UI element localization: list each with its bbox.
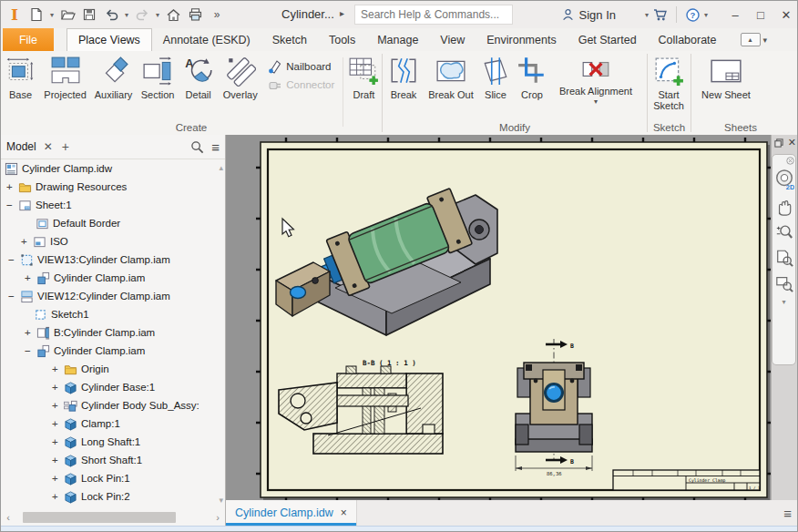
undo-button[interactable]	[101, 4, 121, 26]
pan-hand-icon[interactable]	[775, 198, 793, 216]
sign-in-button[interactable]: Sign In	[558, 7, 619, 22]
tree-item-assembly[interactable]: +Cylinder Clamp.iam	[1, 269, 225, 287]
help-button[interactable]: ?	[682, 4, 702, 26]
expander[interactable]: +	[52, 382, 64, 394]
redo-dropdown[interactable]: ▾	[154, 11, 161, 19]
panel-label-sketch[interactable]: Sketch	[648, 122, 691, 133]
expander[interactable]: −	[8, 291, 20, 302]
expander[interactable]: +	[52, 400, 64, 412]
overlay-button[interactable]: Overlay	[218, 54, 262, 100]
tree-item-view13[interactable]: −VIEW13:Cylinder Clamp.iam	[1, 251, 225, 269]
help-search-box[interactable]	[354, 5, 513, 25]
search-input[interactable]	[355, 5, 512, 24]
tree-item-sketch1[interactable]: Sketch1	[1, 305, 225, 323]
browser-add-tab[interactable]: +	[62, 139, 69, 154]
document-close-icon[interactable]: ✕	[788, 137, 796, 148]
draft-button[interactable]: Draft	[346, 54, 382, 100]
tab-list-menu-icon[interactable]: ≡	[783, 506, 792, 521]
tree-item-short-shaft[interactable]: +Short Shaft:1	[1, 451, 225, 469]
tree-item-view12[interactable]: −VIEW12:Cylinder Clamp.iam	[1, 287, 225, 305]
signin-dropdown[interactable]: ▾	[643, 11, 650, 19]
expander[interactable]: +	[52, 418, 64, 430]
navbar-more-dropdown[interactable]: ▾	[782, 298, 785, 306]
minimize-button[interactable]: –	[722, 3, 748, 26]
scroll-right-arrow[interactable]: ›	[210, 512, 225, 523]
browser-horizontal-scrollbar[interactable]: ‹ ›	[1, 509, 225, 526]
tree-item-clamp[interactable]: +Clamp:1	[1, 414, 225, 433]
expander[interactable]: −	[25, 345, 36, 357]
browser-menu-icon[interactable]: ≡	[211, 139, 220, 155]
tree-item-section-b[interactable]: +B:Cylinder Clamp.iam	[1, 323, 225, 342]
nailboard-button[interactable]: Nailboard	[268, 59, 336, 74]
expander[interactable]: +	[25, 327, 36, 339]
navbar-close-icon[interactable]	[786, 157, 794, 165]
browser-tab-model[interactable]: Model	[6, 140, 36, 153]
tree-item-drawing-resources[interactable]: +Drawing Resources	[1, 178, 225, 196]
steering-wheel-2d-icon[interactable]: 2D	[774, 169, 794, 190]
scroll-left-arrow[interactable]: ‹	[1, 512, 15, 523]
tab-sketch[interactable]: Sketch	[261, 28, 318, 51]
connector-button[interactable]: Connector	[268, 77, 336, 92]
crop-button[interactable]: Crop	[514, 54, 550, 100]
store-cart-button[interactable]	[650, 4, 670, 26]
zoom-window-icon[interactable]	[775, 274, 793, 292]
tab-annotate-eskd[interactable]: Annotate (ESKD)	[152, 28, 261, 51]
tree-item-sheet1[interactable]: −Sheet:1	[1, 196, 225, 214]
print-button[interactable]	[185, 4, 205, 26]
maximize-button[interactable]: □	[748, 3, 773, 26]
new-sheet-button[interactable]: New Sheet	[691, 54, 761, 100]
break-out-button[interactable]: Break Out	[425, 54, 477, 100]
break-alignment-dropdown[interactable]: ▾	[594, 97, 598, 106]
tab-place-views[interactable]: Place Views	[66, 28, 152, 51]
zoom-icon[interactable]	[775, 223, 793, 241]
open-button[interactable]	[57, 4, 77, 26]
browser-tab-close[interactable]: ✕	[44, 140, 53, 153]
tab-manage[interactable]: Manage	[366, 28, 429, 51]
tree-scroll-down[interactable]: ▾	[219, 496, 223, 505]
projected-button[interactable]: Projected	[40, 54, 90, 100]
inventor-logo[interactable]: I	[5, 4, 25, 26]
tree-item-assembly2[interactable]: −Cylinder Clamp.iam	[1, 342, 225, 360]
detail-button[interactable]: A Detail	[179, 54, 218, 100]
tab-tools[interactable]: Tools	[318, 28, 366, 51]
expander[interactable]: +	[52, 455, 64, 466]
tree-item-long-shaft[interactable]: +Long Shaft:1	[1, 433, 225, 451]
toolbar-overflow[interactable]: »	[207, 4, 227, 26]
expander[interactable]: +	[6, 181, 18, 193]
save-button[interactable]	[79, 4, 99, 26]
expander[interactable]: +	[52, 436, 64, 448]
scrollbar-thumb[interactable]	[23, 512, 176, 523]
slice-button[interactable]: Slice	[477, 54, 514, 100]
start-sketch-button[interactable]: Start Sketch	[648, 54, 690, 111]
section-button[interactable]: Section	[137, 54, 179, 100]
tree-item-origin[interactable]: +Origin	[1, 360, 225, 378]
tab-view[interactable]: View	[429, 28, 476, 51]
tab-collaborate[interactable]: Collaborate	[648, 28, 728, 51]
tree-item-default-border[interactable]: Default Border	[1, 214, 225, 232]
tree-scroll-up[interactable]: ▴	[219, 163, 223, 172]
zoom-all-icon[interactable]	[775, 249, 793, 267]
auxiliary-button[interactable]: Auxiliary	[90, 54, 137, 100]
redo-button[interactable]	[132, 4, 152, 26]
tree-item-iso[interactable]: +ISO	[1, 232, 225, 251]
panel-label-create[interactable]: Create	[1, 122, 382, 133]
help-dropdown[interactable]: ▾	[702, 11, 710, 19]
tree-item-document[interactable]: Cylinder Clamp.idw	[1, 159, 225, 178]
new-file-button[interactable]	[26, 4, 46, 26]
close-button[interactable]: ✕	[773, 3, 798, 26]
document-tab[interactable]: Cylinder Clamp.idw ×	[226, 500, 357, 526]
expander[interactable]: −	[8, 254, 20, 266]
document-tab-close-icon[interactable]: ×	[341, 506, 347, 519]
panel-label-sheets[interactable]: Sheets	[691, 122, 790, 133]
expander[interactable]: +	[52, 363, 64, 375]
break-alignment-button[interactable]: Break Alignment ▾	[550, 54, 641, 106]
drawing-canvas[interactable]: B-B ( 1 : 1 ) B	[226, 135, 771, 500]
expander[interactable]: +	[52, 473, 64, 485]
expander[interactable]: +	[25, 272, 36, 284]
break-button[interactable]: Break	[383, 54, 425, 100]
tree-item-cylinder-body-subassy[interactable]: +Cylinder Body Sub_Assy:	[1, 396, 225, 414]
panel-label-modify[interactable]: Modify	[383, 122, 647, 133]
tab-get-started[interactable]: Get Started	[568, 28, 648, 51]
document-restore-icon[interactable]	[773, 138, 784, 148]
expander[interactable]: −	[6, 200, 18, 211]
